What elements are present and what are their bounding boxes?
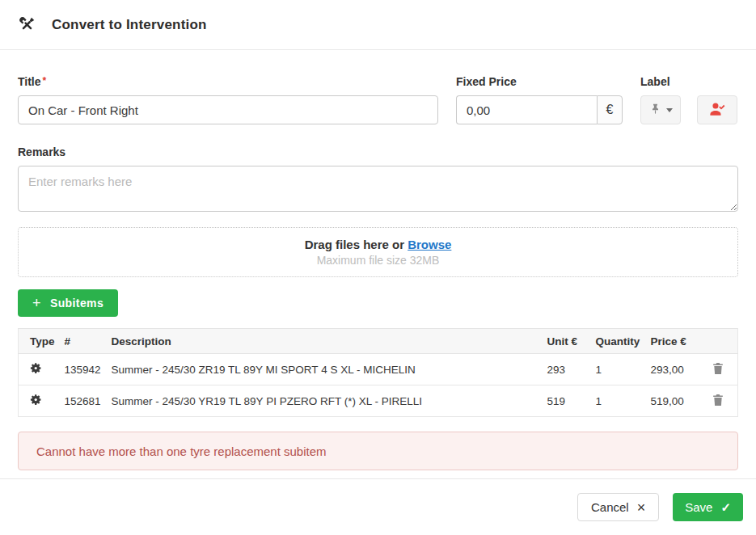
title-input[interactable]	[18, 95, 438, 124]
file-dropzone[interactable]: Drag files here or Browse Maximum file s…	[18, 227, 738, 277]
header-description: Description	[107, 329, 543, 354]
add-subitems-label: Subitems	[50, 297, 103, 310]
quantity-cell: 1	[591, 385, 646, 417]
actions-cell	[706, 354, 738, 385]
header-quantity: Quantity	[591, 329, 646, 354]
title-field-block: Title*	[18, 75, 438, 124]
trash-icon	[712, 362, 724, 377]
user-check-icon	[709, 102, 725, 119]
remarks-field-block: Remarks	[18, 145, 738, 215]
dialog-footer: Cancel × Save ✓	[0, 479, 756, 535]
fixed-price-input[interactable]	[456, 95, 597, 124]
cancel-button[interactable]: Cancel ×	[577, 493, 659, 521]
type-cell	[19, 354, 60, 385]
dropzone-hint: Maximum file size 32MB	[317, 254, 440, 267]
table-row: 152681 Summer - 245/30 YR19 TL 89Y PI PZ…	[19, 385, 738, 417]
required-asterisk: *	[43, 75, 47, 86]
assign-user-button[interactable]	[697, 95, 737, 124]
gear-icon	[30, 364, 42, 377]
header-number: #	[60, 329, 107, 354]
label-group-label: Label	[640, 75, 738, 88]
browse-link[interactable]: Browse	[408, 238, 451, 251]
tools-icon	[18, 15, 36, 34]
unit-cell: 519	[543, 385, 591, 417]
fixed-price-field-block: Fixed Price €	[456, 75, 623, 124]
title-label: Title*	[18, 75, 438, 88]
chevron-down-icon	[666, 108, 673, 112]
number-cell: 135942	[60, 354, 107, 385]
pin-dropdown-button[interactable]	[640, 95, 681, 124]
remarks-label: Remarks	[18, 145, 738, 158]
actions-cell	[706, 385, 738, 417]
unit-cell: 293	[543, 354, 591, 385]
gear-icon	[30, 396, 42, 408]
cancel-label: Cancel	[591, 500, 629, 514]
header-unit: Unit €	[543, 329, 591, 354]
trash-icon	[712, 394, 724, 409]
pushpin-icon	[649, 103, 661, 118]
dialog-header: Convert to Intervention	[0, 0, 756, 50]
table-header-row: Type # Description Unit € Quantity Price…	[19, 329, 738, 354]
header-actions	[706, 329, 738, 354]
label-field-block: Label	[640, 75, 738, 124]
dropzone-text: Drag files here or Browse	[305, 238, 452, 251]
save-label: Save	[685, 500, 712, 514]
plus-icon: +	[32, 296, 41, 310]
type-cell	[19, 385, 60, 417]
header-price: Price €	[646, 329, 706, 354]
description-cell: Summer - 245/30 YR19 TL 89Y PI PZERO RFT…	[107, 385, 543, 417]
add-subitems-button[interactable]: + Subitems	[18, 289, 118, 317]
save-button[interactable]: Save ✓	[673, 493, 743, 521]
check-icon: ✓	[720, 500, 731, 515]
subitems-table: Type # Description Unit € Quantity Price…	[18, 328, 738, 417]
currency-addon: €	[597, 95, 623, 124]
header-type: Type	[19, 329, 60, 354]
number-cell: 152681	[60, 385, 107, 417]
price-cell: 519,00	[646, 385, 706, 417]
delete-subitem-button[interactable]	[711, 360, 725, 379]
delete-subitem-button[interactable]	[711, 392, 725, 411]
form-row-top: Title* Fixed Price € Label	[18, 75, 738, 124]
error-alert: Cannot have more than one tyre replaceme…	[18, 432, 738, 470]
page-title: Convert to Intervention	[52, 17, 207, 33]
price-cell: 293,00	[646, 354, 706, 385]
error-message: Cannot have more than one tyre replaceme…	[36, 444, 327, 458]
remarks-textarea[interactable]	[18, 166, 738, 212]
fixed-price-label: Fixed Price	[456, 75, 623, 88]
quantity-cell: 1	[591, 354, 646, 385]
description-cell: Summer - 245/30 ZR19 TL 89Y MI SPORT 4 S…	[107, 354, 543, 385]
close-icon: ×	[637, 500, 646, 515]
table-row: 135942 Summer - 245/30 ZR19 TL 89Y MI SP…	[19, 354, 738, 385]
